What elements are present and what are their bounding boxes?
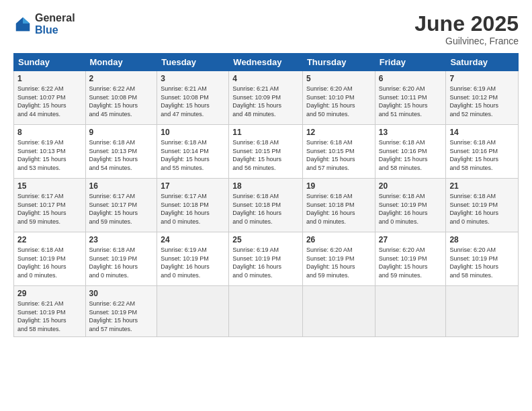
header-saturday: Saturday bbox=[446, 54, 519, 71]
day-number: 10 bbox=[161, 128, 225, 137]
day-info: Sunrise: 6:22 AMSunset: 10:08 PMDaylight… bbox=[89, 85, 154, 118]
logo: General Blue bbox=[13, 12, 75, 36]
day-info: Sunrise: 6:18 AMSunset: 10:15 PMDaylight… bbox=[232, 138, 299, 172]
header: General Blue June 2025 Guilvinec, France bbox=[13, 12, 519, 46]
logo-text: General Blue bbox=[35, 12, 75, 36]
day-number: 13 bbox=[379, 128, 443, 137]
day-info: Sunrise: 6:17 AMSunset: 10:18 PMDaylight… bbox=[161, 192, 225, 226]
day-number: 26 bbox=[306, 235, 371, 244]
day-info: Sunrise: 6:19 AMSunset: 10:19 PMDaylight… bbox=[232, 246, 299, 279]
table-row: 1Sunrise: 6:22 AMSunset: 10:07 PMDayligh… bbox=[14, 71, 519, 125]
day-info: Sunrise: 6:18 AMSunset: 10:16 PMDaylight… bbox=[449, 138, 515, 172]
month-year: June 2025 bbox=[414, 12, 519, 36]
day-info: Sunrise: 6:18 AMSunset: 10:19 PMDaylight… bbox=[89, 246, 154, 279]
day-info: Sunrise: 6:21 AMSunset: 10:09 PMDaylight… bbox=[232, 85, 299, 118]
day-info: Sunrise: 6:20 AMSunset: 10:10 PMDaylight… bbox=[306, 85, 371, 118]
day-info: Sunrise: 6:18 AMSunset: 10:18 PMDaylight… bbox=[232, 192, 299, 226]
day-number: 28 bbox=[449, 235, 515, 244]
day-info: Sunrise: 6:18 AMSunset: 10:13 PMDaylight… bbox=[89, 138, 154, 172]
day-info: Sunrise: 6:18 AMSunset: 10:19 PMDaylight… bbox=[379, 192, 443, 226]
day-number: 18 bbox=[232, 181, 299, 191]
day-info: Sunrise: 6:18 AMSunset: 10:19 PMDaylight… bbox=[449, 192, 515, 226]
day-number: 16 bbox=[89, 181, 154, 191]
day-info: Sunrise: 6:21 AMSunset: 10:08 PMDaylight… bbox=[161, 85, 225, 118]
day-number: 15 bbox=[17, 181, 82, 191]
day-info: Sunrise: 6:18 AMSunset: 10:19 PMDaylight… bbox=[17, 246, 82, 279]
day-info: Sunrise: 6:17 AMSunset: 10:17 PMDaylight… bbox=[89, 192, 154, 226]
table-row: 29Sunrise: 6:21 AMSunset: 10:19 PMDaylig… bbox=[14, 286, 519, 336]
day-number: 14 bbox=[449, 128, 515, 137]
svg-marker-1 bbox=[23, 17, 30, 23]
day-number: 27 bbox=[379, 235, 443, 244]
calendar-page: General Blue June 2025 Guilvinec, France… bbox=[0, 0, 532, 411]
logo-general: General bbox=[35, 12, 75, 24]
table-row: 15Sunrise: 6:17 AMSunset: 10:17 PMDaylig… bbox=[14, 179, 519, 232]
day-number: 21 bbox=[449, 181, 515, 191]
day-info: Sunrise: 6:21 AMSunset: 10:19 PMDaylight… bbox=[17, 300, 82, 333]
day-number: 11 bbox=[232, 128, 299, 137]
day-number: 20 bbox=[379, 181, 443, 191]
day-number: 8 bbox=[17, 128, 82, 137]
day-info: Sunrise: 6:18 AMSunset: 10:14 PMDaylight… bbox=[161, 138, 225, 172]
day-info: Sunrise: 6:18 AMSunset: 10:16 PMDaylight… bbox=[379, 138, 443, 172]
day-number: 2 bbox=[89, 74, 154, 83]
day-number: 22 bbox=[17, 235, 82, 244]
day-info: Sunrise: 6:19 AMSunset: 10:13 PMDaylight… bbox=[17, 138, 82, 172]
day-info: Sunrise: 6:18 AMSunset: 10:15 PMDaylight… bbox=[306, 138, 371, 172]
day-info: Sunrise: 6:22 AMSunset: 10:07 PMDaylight… bbox=[17, 85, 82, 118]
day-number: 3 bbox=[161, 74, 225, 83]
day-info: Sunrise: 6:20 AMSunset: 10:19 PMDaylight… bbox=[306, 246, 371, 279]
day-number: 12 bbox=[306, 128, 371, 137]
header-tuesday: Tuesday bbox=[157, 54, 229, 71]
day-info: Sunrise: 6:18 AMSunset: 10:18 PMDaylight… bbox=[306, 192, 371, 226]
table-row: 8Sunrise: 6:19 AMSunset: 10:13 PMDayligh… bbox=[14, 125, 519, 179]
day-number: 17 bbox=[161, 181, 225, 191]
day-info: Sunrise: 6:20 AMSunset: 10:19 PMDaylight… bbox=[449, 246, 515, 279]
day-number: 24 bbox=[161, 235, 225, 244]
calendar-table: Sunday Monday Tuesday Wednesday Thursday… bbox=[13, 53, 519, 336]
day-number: 6 bbox=[379, 74, 443, 83]
logo-blue: Blue bbox=[35, 24, 75, 36]
header-row: Sunday Monday Tuesday Wednesday Thursday… bbox=[14, 54, 519, 71]
day-number: 1 bbox=[17, 74, 82, 83]
day-info: Sunrise: 6:20 AMSunset: 10:11 PMDaylight… bbox=[379, 85, 443, 118]
logo-icon bbox=[13, 15, 32, 34]
day-number: 4 bbox=[232, 74, 299, 83]
day-number: 29 bbox=[17, 289, 82, 298]
title-area: June 2025 Guilvinec, France bbox=[414, 12, 519, 46]
day-number: 30 bbox=[89, 289, 154, 298]
header-sunday: Sunday bbox=[14, 54, 86, 71]
header-thursday: Thursday bbox=[302, 54, 375, 71]
header-friday: Friday bbox=[375, 54, 446, 71]
header-monday: Monday bbox=[85, 54, 157, 71]
day-number: 5 bbox=[306, 74, 371, 83]
table-row: 22Sunrise: 6:18 AMSunset: 10:19 PMDaylig… bbox=[14, 232, 519, 286]
day-info: Sunrise: 6:20 AMSunset: 10:19 PMDaylight… bbox=[379, 246, 443, 279]
day-number: 19 bbox=[306, 181, 371, 191]
day-info: Sunrise: 6:22 AMSunset: 10:19 PMDaylight… bbox=[89, 300, 154, 333]
day-number: 7 bbox=[449, 74, 515, 83]
day-number: 25 bbox=[232, 235, 299, 244]
location: Guilvinec, France bbox=[414, 36, 519, 46]
day-number: 9 bbox=[89, 128, 154, 137]
day-info: Sunrise: 6:19 AMSunset: 10:12 PMDaylight… bbox=[449, 85, 515, 118]
header-wednesday: Wednesday bbox=[229, 54, 303, 71]
day-info: Sunrise: 6:17 AMSunset: 10:17 PMDaylight… bbox=[17, 192, 82, 226]
day-info: Sunrise: 6:19 AMSunset: 10:19 PMDaylight… bbox=[161, 246, 225, 279]
day-number: 23 bbox=[89, 235, 154, 244]
